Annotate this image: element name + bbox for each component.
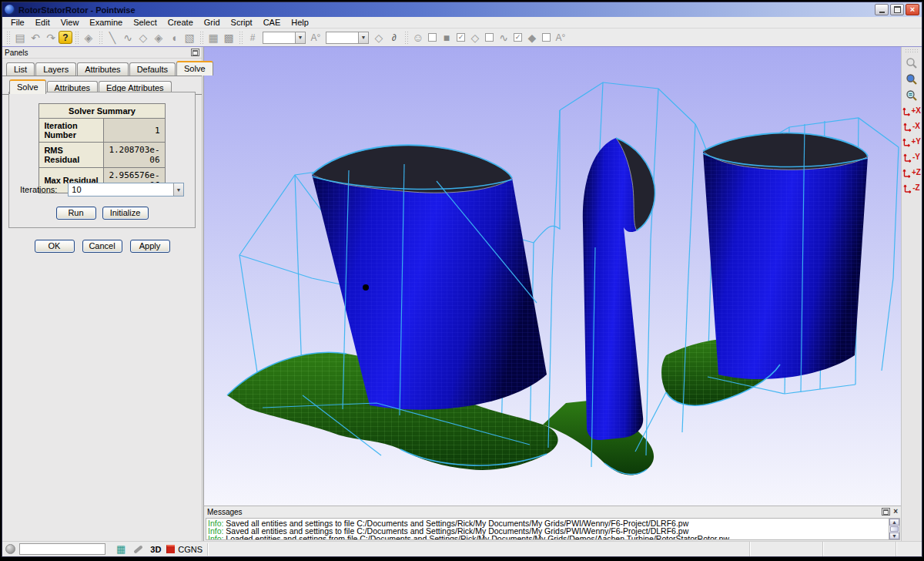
menu-item-script[interactable]: Script bbox=[226, 17, 258, 29]
help-icon[interactable] bbox=[59, 31, 72, 44]
menu-item-grid[interactable]: Grid bbox=[199, 17, 226, 29]
tab-attributes[interactable]: Attributes bbox=[77, 62, 128, 76]
labels-visibility-checkbox[interactable] bbox=[542, 33, 551, 42]
toolbar-drag-handle[interactable] bbox=[199, 31, 203, 45]
zoom-icon[interactable] bbox=[903, 55, 920, 71]
apply-button[interactable]: Apply bbox=[130, 240, 170, 253]
connector-icon[interactable] bbox=[105, 30, 120, 45]
toolbar-drag-handle[interactable] bbox=[239, 31, 243, 45]
spacings-visibility-checkbox[interactable] bbox=[514, 33, 522, 42]
spacing-label-icon[interactable] bbox=[553, 30, 568, 45]
structured-grid-icon[interactable] bbox=[206, 30, 221, 45]
view-minus-z-button[interactable]: -Z bbox=[902, 180, 921, 196]
menu-item-cae[interactable]: CAE bbox=[258, 17, 286, 29]
redo-icon[interactable] bbox=[43, 30, 59, 45]
subtab-solve[interactable]: Solve bbox=[9, 79, 46, 94]
scroll-down-icon[interactable]: ▼ bbox=[889, 532, 899, 539]
status-segment bbox=[822, 542, 896, 556]
chevron-down-icon[interactable]: ▼ bbox=[358, 32, 368, 43]
layers-stack-icon[interactable] bbox=[81, 30, 96, 45]
float-panel-icon[interactable] bbox=[882, 508, 890, 516]
rms-residual-value: 1.208703e-06 bbox=[104, 143, 165, 168]
tab-solve[interactable]: Solve bbox=[176, 61, 213, 76]
messages-panel: Messages × Info: Saved all entities and … bbox=[203, 506, 901, 541]
spacing-combo[interactable]: ▼ bbox=[326, 32, 369, 44]
unstructured-grid-icon[interactable] bbox=[221, 30, 236, 45]
cae-solver-label[interactable]: CGNS bbox=[178, 545, 203, 554]
partial-derivative-icon[interactable] bbox=[387, 30, 402, 45]
connector-curve-icon[interactable] bbox=[496, 30, 511, 45]
menu-item-file[interactable]: File bbox=[5, 17, 30, 29]
run-button[interactable]: Run bbox=[56, 207, 96, 220]
menu-item-help[interactable]: Help bbox=[286, 17, 314, 29]
toolbar-drag-handle[interactable] bbox=[905, 49, 919, 52]
view-plus-z-button[interactable]: +Z bbox=[902, 165, 921, 180]
menu-item-create[interactable]: Create bbox=[162, 17, 199, 29]
tab-defaults[interactable]: Defaults bbox=[129, 62, 176, 76]
menu-item-examine[interactable]: Examine bbox=[84, 17, 128, 29]
title-bar[interactable]: RotorStatorRotor - Pointwise × bbox=[2, 2, 922, 17]
spacing-icon[interactable] bbox=[308, 30, 323, 45]
resize-grip[interactable] bbox=[896, 542, 919, 556]
domain-flat-icon[interactable] bbox=[467, 30, 483, 45]
table-row: Iteration Number 1 bbox=[39, 119, 165, 143]
close-button[interactable]: × bbox=[906, 4, 919, 15]
dimension-mode-label[interactable]: 3D bbox=[150, 545, 161, 554]
smooth-icon[interactable] bbox=[371, 30, 387, 45]
diamond-icon[interactable] bbox=[524, 30, 540, 45]
menu-item-select[interactable]: Select bbox=[128, 17, 162, 29]
iterations-combo[interactable]: 10 ▼ bbox=[68, 183, 184, 197]
view-minus-y-button[interactable]: -Y bbox=[902, 149, 921, 165]
chevron-down-icon[interactable]: ▼ bbox=[295, 32, 305, 43]
tool-wrench-icon[interactable] bbox=[134, 545, 144, 553]
panels-title: Panels bbox=[5, 49, 28, 57]
scroll-up-icon[interactable]: ▲ bbox=[889, 519, 899, 526]
close-icon[interactable]: × bbox=[893, 508, 898, 516]
iterations-value: 10 bbox=[69, 185, 173, 194]
domains-visibility-checkbox[interactable] bbox=[457, 33, 465, 42]
cancel-button[interactable]: Cancel bbox=[82, 240, 122, 253]
view-minus-x-button[interactable]: -X bbox=[902, 119, 921, 134]
list-item: Info: Loaded entities and settings from … bbox=[208, 535, 897, 540]
block-cube-icon[interactable] bbox=[439, 30, 454, 45]
connectors-visibility-checkbox[interactable] bbox=[485, 33, 494, 42]
zoom-extents-icon[interactable] bbox=[903, 71, 920, 87]
float-panel-icon[interactable] bbox=[191, 49, 199, 56]
3d-viewport[interactable] bbox=[203, 47, 905, 508]
toolbar-drag-handle[interactable] bbox=[404, 31, 408, 45]
table-row: RMS Residual 1.208703e-06 bbox=[39, 143, 165, 168]
save-icon[interactable] bbox=[12, 30, 28, 45]
scrollbar-thumb[interactable] bbox=[890, 526, 899, 532]
show-hide-mask-icon[interactable] bbox=[410, 30, 426, 45]
cae-solver-cube-icon[interactable] bbox=[166, 545, 175, 553]
tab-list[interactable]: List bbox=[6, 62, 35, 76]
progress-field bbox=[19, 543, 105, 555]
messages-scrollbar[interactable]: ▲ ▼ bbox=[889, 518, 900, 540]
tab-layers[interactable]: Layers bbox=[35, 62, 76, 76]
grid-mode-icon[interactable]: ▦ bbox=[116, 544, 126, 554]
view-plus-y-button[interactable]: +Y bbox=[902, 134, 921, 149]
toolbar-drag-handle[interactable] bbox=[99, 31, 102, 45]
toolbar-drag-handle[interactable] bbox=[75, 31, 79, 45]
menu-item-view[interactable]: View bbox=[55, 17, 85, 29]
messages-log[interactable]: Info: Saved all entities and settings to… bbox=[206, 518, 899, 540]
shell-icon[interactable] bbox=[166, 30, 182, 45]
dimension-combo[interactable]: ▼ bbox=[263, 32, 306, 44]
zoom-one-to-one-icon[interactable] bbox=[903, 87, 920, 103]
structured-domain-icon[interactable] bbox=[136, 30, 151, 45]
view-plus-x-button[interactable]: +X bbox=[902, 103, 921, 119]
ok-button[interactable]: OK bbox=[35, 240, 75, 253]
restore-button[interactable] bbox=[890, 4, 904, 15]
chevron-down-icon[interactable]: ▼ bbox=[173, 183, 183, 196]
minimize-button[interactable] bbox=[875, 4, 889, 15]
initialize-button[interactable]: Initialize bbox=[102, 207, 149, 220]
toolbar-drag-handle[interactable] bbox=[6, 31, 10, 45]
menu-item-edit[interactable]: Edit bbox=[30, 17, 55, 29]
blocks-visibility-checkbox[interactable] bbox=[428, 33, 437, 42]
block-icon[interactable] bbox=[182, 30, 197, 45]
dimension-icon[interactable] bbox=[245, 30, 260, 45]
panels-panel: Panels List Layers Attributes Defaults S… bbox=[2, 47, 203, 541]
unstructured-domain-icon[interactable] bbox=[151, 30, 166, 45]
curve-icon[interactable] bbox=[120, 30, 136, 45]
undo-icon[interactable] bbox=[28, 30, 43, 45]
